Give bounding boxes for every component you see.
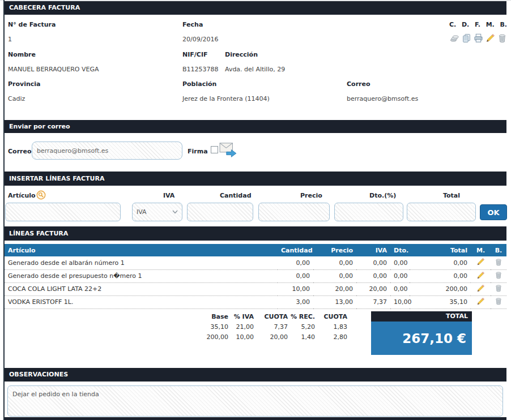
invoice-page: CABECERA FACTURA N° de Factura Fecha C. …	[0, 0, 511, 420]
copy-icon[interactable]	[461, 33, 471, 43]
province-label: Provincia	[8, 80, 41, 88]
date-label: Fecha	[182, 21, 203, 28]
address-label: Dirección	[225, 51, 258, 58]
send-mail-icon[interactable]	[219, 142, 237, 157]
signature-label: Firma	[188, 148, 208, 155]
table-row: Generado desde el albarán número 1 0,00 …	[5, 256, 506, 269]
coins-icon[interactable]	[449, 33, 459, 43]
action-letter-f: F.	[475, 21, 480, 28]
row-edit-icon[interactable]	[471, 269, 491, 282]
cell-cantidad: 10,00	[278, 282, 313, 295]
row-edit-icon[interactable]	[471, 282, 491, 295]
email-value: berraquero@bmsoft.es	[347, 95, 418, 102]
action-letter-m: M.	[486, 21, 495, 28]
col-precio: Precio	[313, 244, 356, 256]
total-box: TOTAL 267,10 €	[371, 311, 472, 355]
lines-header-row: Artículo Cantidad Precio IVA Dto. Total …	[5, 244, 506, 256]
pencil-icon[interactable]	[485, 33, 495, 43]
top-border	[0, 0, 511, 1]
row-delete-icon[interactable]	[491, 256, 506, 269]
cell-articulo: VODKA ERISTOFF 1L.	[5, 295, 278, 308]
summary-col-cuota1: CUOTA	[255, 312, 289, 322]
summary-value: 20,00	[255, 332, 289, 342]
summary-row: 35,10 21,00 7,37 5,20 1,83	[202, 322, 348, 332]
cell-dto: 10,00	[390, 295, 410, 308]
insert-total-input[interactable]	[407, 203, 476, 221]
row-delete-icon[interactable]	[491, 269, 506, 282]
row-delete-icon[interactable]	[491, 295, 506, 308]
header-action-letters: C. D. F. M. B.	[449, 21, 507, 28]
insert-dto-input[interactable]	[334, 203, 403, 221]
trash-icon[interactable]	[497, 33, 507, 43]
send-email-input[interactable]	[32, 142, 182, 160]
cell-total: 0,00	[410, 256, 471, 269]
action-letter-d: D.	[462, 21, 469, 28]
address-value: Avda. del Altillo, 29	[225, 66, 285, 73]
summary-row: 200,00 10,00 20,00 1,40 2,80	[202, 332, 348, 342]
header-action-icons	[449, 33, 507, 43]
col-cantidad: Cantidad	[278, 244, 313, 256]
insert-col-cantidad: Cantidad	[220, 192, 252, 199]
cell-iva: 7,37	[356, 295, 390, 308]
action-letter-c: C.	[449, 21, 456, 28]
observations-textarea[interactable]: Dejar el pedido en la tienda	[7, 385, 503, 417]
cell-cantidad: 0,00	[278, 256, 313, 269]
col-articulo: Artículo	[5, 244, 278, 256]
cell-total: 0,00	[410, 269, 471, 282]
summary-value: 10,00	[229, 332, 255, 342]
summary-value: 35,10	[202, 322, 229, 332]
send-email-label: Correo	[8, 148, 32, 155]
insert-col-precio: Precio	[300, 192, 322, 199]
col-dto: Dto.	[390, 244, 410, 256]
summary-col-iva: % IVA	[229, 312, 255, 322]
cell-articulo: COCA COLA LIGHT LATA 22+2	[5, 282, 278, 295]
cell-iva: 0,00	[356, 269, 390, 282]
cell-dto: 0,00	[390, 282, 410, 295]
col-total: Total	[410, 244, 471, 256]
print-icon[interactable]	[473, 33, 483, 43]
summary-value: 1,40	[289, 332, 316, 342]
invoice-lines-table: Artículo Cantidad Precio IVA Dto. Total …	[5, 244, 506, 309]
cell-cantidad: 3,00	[278, 295, 313, 308]
insert-col-total: Total	[443, 192, 460, 199]
signature-checkbox[interactable]	[211, 146, 218, 153]
table-row: Generado desde el presupuesto n�mero 1 0…	[5, 269, 506, 282]
section-header-enviar: Enviar por correo	[5, 120, 506, 133]
summary-col-rec: % REC.	[289, 312, 316, 322]
date-value: 20/09/2016	[182, 36, 218, 43]
row-delete-icon[interactable]	[491, 282, 506, 295]
email-label: Correo	[347, 80, 371, 88]
insert-col-dto: Dto.(%)	[369, 192, 396, 199]
summary-header-row: Base % IVA CUOTA % REC. CUOTA	[202, 312, 348, 322]
insert-cantidad-input[interactable]	[187, 203, 253, 221]
summary-col-base: Base	[202, 312, 229, 322]
summary-value: 200,00	[202, 332, 229, 342]
insert-article-input[interactable]	[5, 203, 121, 221]
cell-articulo: Generado desde el albarán número 1	[5, 256, 278, 269]
insert-col-iva: IVA	[163, 192, 174, 199]
insert-precio-input[interactable]	[258, 203, 330, 221]
left-border	[3, 0, 5, 420]
cell-total: 35,10	[410, 295, 471, 308]
row-edit-icon[interactable]	[471, 256, 491, 269]
summary-value: 7,37	[255, 322, 289, 332]
row-edit-icon[interactable]	[471, 295, 491, 308]
next-section-bar	[5, 417, 506, 420]
col-modify: M.	[471, 244, 491, 256]
col-iva: IVA	[356, 244, 390, 256]
ok-button[interactable]: OK	[480, 204, 507, 220]
insert-iva-select[interactable]: IVA	[132, 203, 182, 221]
nif-label: NIF/CIF	[182, 51, 208, 58]
insert-iva-select-value: IVA	[137, 208, 147, 216]
section-header-cabecera: CABECERA FACTURA	[5, 1, 506, 15]
summary-value: 5,20	[289, 322, 316, 332]
tax-summary: Base % IVA CUOTA % REC. CUOTA 35,10 21,0…	[202, 312, 348, 342]
cell-precio: 0,00	[313, 256, 356, 269]
cell-precio: 20,00	[313, 282, 356, 295]
insert-article-label: Artículo	[8, 192, 36, 199]
article-search-icon[interactable]	[36, 190, 46, 200]
cell-dto: 0,00	[390, 269, 410, 282]
province-value: Cadiz	[8, 95, 25, 102]
cell-precio: 0,00	[313, 269, 356, 282]
cell-total: 200,00	[410, 282, 471, 295]
